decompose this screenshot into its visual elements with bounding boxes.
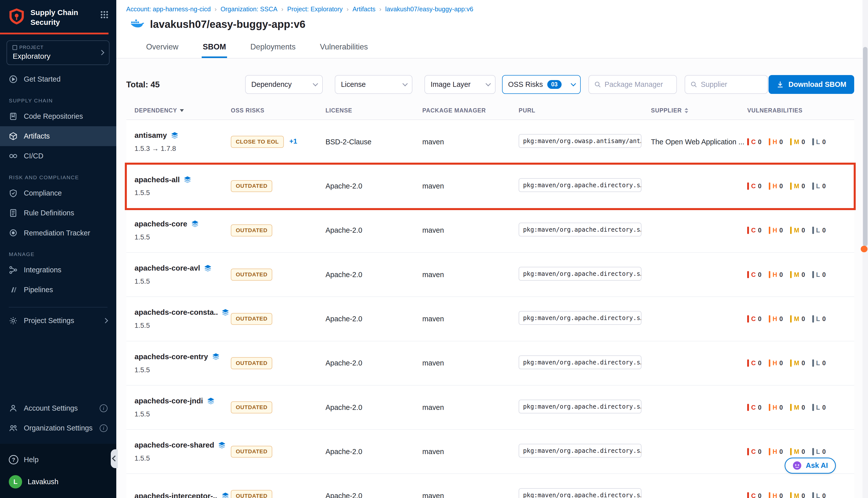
- user-menu[interactable]: L Lavakush: [9, 474, 107, 490]
- medium-bar-icon: [790, 404, 792, 411]
- breadcrumb-current[interactable]: lavakush07/easy-buggy-app:v6: [385, 5, 474, 13]
- main-area: Account: app-harness-ng-cicd Organizatio…: [116, 0, 868, 498]
- package-manager-cell: maven: [423, 359, 519, 367]
- col-vulnerabilities: VULNERABILITIES: [747, 107, 848, 114]
- sidebar-collapse-handle[interactable]: [111, 449, 118, 468]
- medium-bar-icon: [790, 227, 792, 234]
- page-scrollbar-thumb[interactable]: [863, 47, 868, 246]
- ask-ai-button[interactable]: Ask AI: [785, 458, 836, 474]
- sort-desc-icon: [180, 109, 184, 112]
- purl-value[interactable]: pkg:maven/org.apache.directory.s…: [519, 399, 642, 414]
- purl-value[interactable]: pkg:maven/org.apache.directory.s…: [519, 178, 642, 192]
- purl-value[interactable]: pkg:maven/org.apache.directory.s…: [519, 311, 642, 325]
- sidebar-item-organization-settings[interactable]: Organization Settings: [0, 418, 116, 438]
- breadcrumb-account[interactable]: Account: app-harness-ng-cicd: [126, 5, 211, 13]
- sidebar-item-cicd[interactable]: CI/CD: [0, 146, 116, 166]
- sidebar-item-get-started[interactable]: Get Started: [0, 69, 116, 89]
- license-filter-select[interactable]: License: [335, 75, 412, 94]
- sidebar-item-artifacts[interactable]: Artifacts: [0, 126, 116, 146]
- purl-value[interactable]: pkg:maven/org.apache.directory.s…: [519, 488, 642, 498]
- col-dependency[interactable]: DEPENDENCY: [134, 107, 231, 114]
- medium-count: M0: [790, 183, 805, 190]
- module-switcher-grid-icon[interactable]: [100, 11, 108, 21]
- notification-dot[interactable]: [861, 246, 867, 252]
- risk-badge: OUTDATED: [231, 224, 272, 236]
- critical-bar-icon: [747, 404, 749, 411]
- critical-bar-icon: [747, 315, 749, 323]
- vulnerabilities-cell: C0 H0 M0 L0: [747, 138, 848, 146]
- sidebar-item-label: Get Started: [24, 75, 61, 83]
- sidebar-item-rule-definitions[interactable]: Rule Definitions: [0, 203, 116, 223]
- sort-both-icon: [685, 108, 688, 113]
- module-accent-line: [0, 32, 108, 35]
- medium-count: M0: [790, 448, 805, 455]
- critical-count: C0: [747, 227, 762, 234]
- purl-value[interactable]: pkg:maven/org.owasp.antisamy/ant…: [519, 134, 642, 148]
- supplier-search-input[interactable]: [701, 80, 762, 89]
- sidebar-item-account-settings[interactable]: Account Settings: [0, 398, 116, 418]
- oss-risks-cell: OUTDATED: [231, 268, 325, 280]
- dependency-name: antisamy: [134, 131, 167, 140]
- infinity-icon: [9, 152, 17, 160]
- package-manager-cell: maven: [423, 138, 519, 146]
- ai-bot-icon: [792, 461, 802, 470]
- dependency-cell: apacheds-interceptor-...: [134, 492, 231, 498]
- purl-value[interactable]: pkg:maven/org.apache.directory.s…: [519, 267, 642, 280]
- breadcrumb-organization[interactable]: Organization: SSCA: [221, 5, 277, 13]
- user-name: Lavakush: [28, 478, 59, 486]
- oss-risks-cell: OUTDATED: [231, 401, 325, 414]
- sidebar-item-label: Integrations: [24, 266, 62, 274]
- risk-badge: OUTDATED: [231, 313, 272, 325]
- critical-bar-icon: [747, 271, 749, 278]
- tab-overview[interactable]: Overview: [145, 38, 179, 58]
- package-manager-search: [588, 75, 677, 94]
- dependency-cell: apacheds-core-shared 1.5.5: [134, 441, 231, 462]
- pipelines-icon: [9, 285, 17, 294]
- image-layer-filter-select[interactable]: Image Layer: [425, 75, 495, 94]
- sidebar-item-project-settings[interactable]: Project Settings: [0, 311, 116, 331]
- sidebar-item-label: Compliance: [24, 189, 62, 197]
- tab-sbom[interactable]: SBOM: [202, 38, 227, 58]
- risk-badge: CLOSE TO EOL: [231, 136, 284, 148]
- chevron-right-icon: [103, 318, 108, 324]
- tab-vulnerabilities[interactable]: Vulnerabilities: [319, 38, 369, 58]
- download-sbom-button[interactable]: Download SBOM: [768, 75, 854, 94]
- breadcrumb-artifacts[interactable]: Artifacts: [352, 5, 375, 13]
- dependency-filter-select[interactable]: Dependency: [245, 75, 323, 94]
- package-manager-cell: maven: [423, 403, 519, 412]
- license-cell: Apache-2.0: [325, 403, 423, 412]
- risk-more-link[interactable]: +1: [289, 137, 297, 145]
- col-supplier[interactable]: SUPPLIER: [651, 107, 747, 114]
- table-row: apacheds-core 1.5.5 OUTDATED Apache-2.0 …: [126, 209, 854, 253]
- sidebar-nav: Get Started SUPPLY CHAIN Code Repositori…: [0, 66, 116, 300]
- medium-count: M0: [790, 138, 805, 146]
- high-count: H0: [769, 183, 783, 190]
- license-cell: Apache-2.0: [325, 492, 423, 498]
- sbom-content: Total: 45 Dependency License Image Layer…: [116, 58, 868, 498]
- tab-deployments[interactable]: Deployments: [249, 38, 297, 58]
- vulnerabilities-cell: C0 H0 M0 L0: [747, 315, 848, 323]
- sidebar-item-compliance[interactable]: Compliance: [0, 183, 116, 203]
- dependency-name: apacheds-core-entry: [134, 352, 208, 361]
- sidebar-item-remediation-tracker[interactable]: Remediation Tracker: [0, 223, 116, 243]
- sidebar-item-label: Remediation Tracker: [24, 229, 90, 237]
- purl-value[interactable]: pkg:maven/org.apache.directory.s…: [519, 223, 642, 236]
- help-button[interactable]: Help: [9, 451, 107, 468]
- layers-icon: [221, 309, 229, 316]
- purl-value[interactable]: pkg:maven/org.apache.directory.s…: [519, 355, 642, 369]
- sidebar-item-integrations[interactable]: Integrations: [0, 260, 116, 280]
- low-bar-icon: [812, 492, 814, 498]
- high-count: H0: [769, 492, 783, 498]
- sidebar-item-code-repositories[interactable]: Code Repositories: [0, 106, 116, 126]
- breadcrumb-project[interactable]: Project: Exploratory: [287, 5, 342, 13]
- project-selector[interactable]: PROJECT Exploratory: [7, 40, 109, 65]
- purl-value[interactable]: pkg:maven/org.apache.directory.s…: [519, 444, 642, 458]
- package-manager-cell: maven: [423, 447, 519, 456]
- purl-cell: pkg:maven/org.apache.directory.s…: [519, 223, 651, 238]
- low-bar-icon: [812, 138, 814, 146]
- package-manager-search-input[interactable]: [605, 80, 671, 89]
- help-icon: [9, 455, 18, 464]
- sidebar-item-pipelines[interactable]: Pipelines: [0, 280, 116, 300]
- oss-risks-filter-select[interactable]: OSS Risks 03: [502, 75, 581, 94]
- table-row: apacheds-core-avl 1.5.5 OUTDATED Apache-…: [126, 253, 854, 297]
